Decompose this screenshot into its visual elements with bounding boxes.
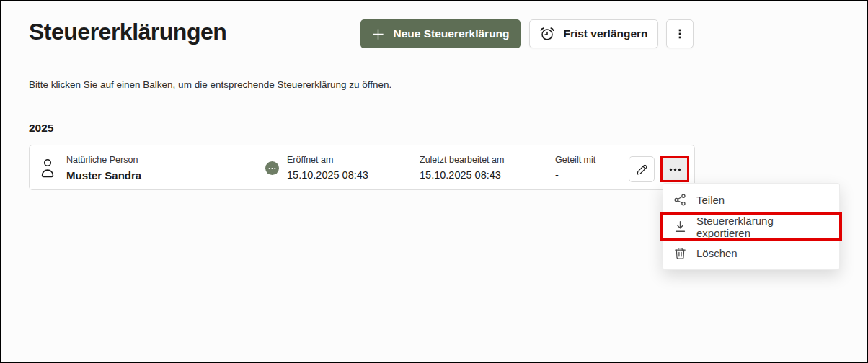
- page-overflow-menu-button[interactable]: [666, 19, 694, 48]
- page-title: Steuererklärungen: [29, 19, 226, 45]
- instruction-text: Bitte klicken Sie auf einen Balken, um d…: [29, 79, 391, 90]
- person-icon: [40, 157, 56, 179]
- shared-value: -: [555, 169, 559, 181]
- tax-returns-page: Steuererklärungen Neue Steuererklärung F…: [0, 0, 868, 363]
- trash-icon: [673, 246, 687, 260]
- new-tax-return-button[interactable]: Neue Steuererklärung: [360, 19, 521, 48]
- row-name: Muster Sandra: [66, 169, 141, 182]
- menu-item-delete-label: Löschen: [696, 247, 738, 259]
- menu-item-share-label: Teilen: [696, 194, 725, 206]
- opened-label: Eröffnet am: [287, 155, 333, 165]
- tax-return-row[interactable]: [29, 145, 695, 190]
- edited-value: 15.10.2025 08:43: [420, 169, 501, 181]
- menu-item-delete[interactable]: Löschen: [663, 240, 839, 266]
- extend-deadline-label: Frist verlängern: [563, 27, 647, 40]
- download-icon: [673, 220, 687, 233]
- row-context-menu: Teilen Steuererklärung exportieren Lös: [663, 183, 840, 270]
- year-heading: 2025: [29, 122, 53, 135]
- row-overflow-menu-button highlight-ring[interactable]: [660, 156, 689, 182]
- extend-deadline-button[interactable]: Frist verlängern: [529, 19, 658, 48]
- menu-item-export-label: Steuererklärung exportieren: [696, 215, 829, 239]
- ellipsis-status-dot: [265, 161, 279, 175]
- pencil-icon: [635, 163, 649, 176]
- share-icon: [673, 193, 687, 207]
- shared-label: Geteilt mit: [555, 155, 595, 165]
- new-tax-return-label: Neue Steuererklärung: [393, 27, 509, 40]
- opened-value: 15.10.2025 08:43: [287, 169, 368, 181]
- ellipsis-horizontal-icon: [669, 168, 681, 171]
- edit-button[interactable]: [629, 156, 655, 182]
- row-type-label: Natürliche Person: [66, 155, 138, 165]
- alarm-clock-icon: [539, 26, 555, 42]
- plus-icon: [371, 27, 385, 41]
- menu-item-export[interactable]: Steuererklärung exportieren: [663, 213, 839, 240]
- kebab-vertical-icon: [673, 27, 686, 40]
- edited-label: Zuletzt bearbeitet am: [420, 155, 504, 165]
- menu-item-share[interactable]: Teilen: [663, 187, 839, 213]
